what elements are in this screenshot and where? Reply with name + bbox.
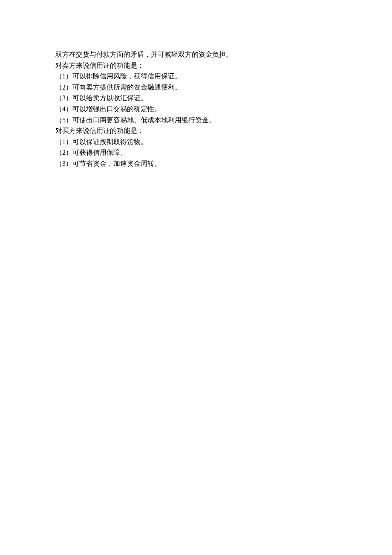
seller-item-4: （4）可以增强出口交易的确定性。 [55, 104, 337, 115]
seller-item-2: （2）可向卖方提供所需的资金融通便利。 [55, 82, 337, 93]
buyer-item-2: （2）可获得信用保障。 [55, 147, 337, 158]
buyer-item-3: （3）可节省资金，加速资金周转。 [55, 158, 337, 169]
seller-heading: 对卖方来说信用证的功能是： [55, 60, 337, 71]
seller-item-5: （5）可使出口商更容易地、低成本地利用银行资金。 [55, 115, 337, 126]
seller-item-3: （3）可以给卖方以收汇保证。 [55, 92, 337, 104]
intro-line: 双方在交货与付款方面的矛盾，并可减轻双方的资金负担。 [55, 49, 337, 60]
buyer-heading: 对买方来说信用证的功能是： [55, 125, 337, 136]
seller-item-1: （1）可以排除信用风险，获得信用保证。 [55, 71, 337, 82]
buyer-item-1: （1）可以保证按期取得货物。 [55, 136, 337, 147]
